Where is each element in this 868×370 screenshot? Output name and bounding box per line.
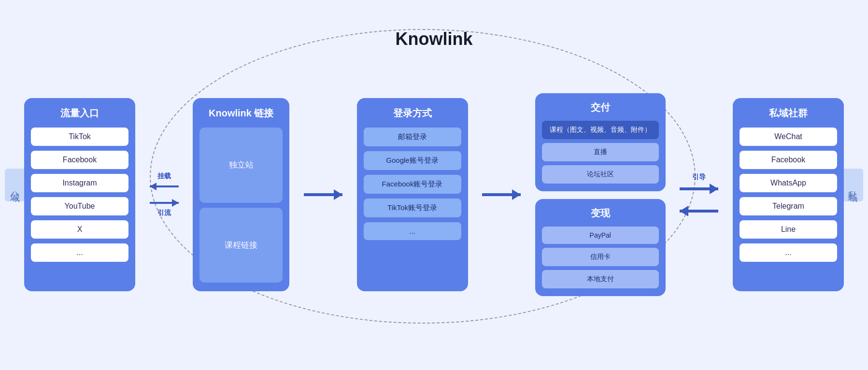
login-item-tiktok: TikTok账号登录 [364, 199, 461, 217]
right-side-label: 私域 [842, 169, 863, 201]
monetize-item-local: 本地支付 [542, 270, 659, 288]
page-container: Knowlink 公域 私域 流量入口 TikTok Facebook Inst… [0, 0, 868, 370]
private-panel: 私域社群 WeChat Facebook WhatsApp Telegram L… [733, 98, 844, 291]
traffic-item-tiktok: TikTok [31, 128, 128, 146]
arrow-right-1 [150, 199, 179, 207]
big-arrow-right-1 [304, 189, 342, 200]
monetize-item-card: 信用卡 [542, 248, 659, 266]
left-side-label: 公域 [5, 169, 26, 201]
monetize-panel-title: 变现 [591, 207, 610, 220]
big-arrow-left-1 [680, 206, 718, 216]
arrow-left-1 [150, 183, 179, 190]
knowlink-panel: Knowlink 链接 独立站 课程链接 [193, 98, 289, 291]
delivery-item-forum: 论坛社区 [542, 165, 659, 184]
monetize-item-paypal: PayPal [542, 227, 659, 244]
private-item-wechat: WeChat [740, 128, 837, 146]
login-item-google: Google账号登录 [364, 151, 461, 170]
monetize-panel: 变现 PayPal 信用卡 本地支付 [535, 199, 666, 296]
traffic-panel: 流量入口 TikTok Facebook Instagram YouTube X… [24, 98, 135, 291]
arrows-group-2: 引导 [680, 173, 718, 216]
big-arrow-right-2 [482, 189, 521, 200]
traffic-item-x: X [31, 220, 128, 239]
traffic-item-more: ... [31, 243, 128, 262]
delivery-panel-title: 交付 [591, 101, 610, 114]
login-item-more: ... [364, 222, 461, 240]
private-item-telegram: Telegram [740, 197, 837, 215]
delivery-panel: 交付 课程（图文、视频、音频、附件） 直播 论坛社区 [535, 93, 666, 191]
arrows-group-1: 挂载 引流 [150, 172, 179, 217]
arrow-label-hangzai: 挂载 [157, 172, 171, 181]
main-title: Knowlink [396, 29, 473, 49]
columns-wrapper: 流量入口 TikTok Facebook Instagram YouTube X… [24, 58, 844, 331]
delivery-item-live: 直播 [542, 143, 659, 161]
login-item-facebook: Facebook账号登录 [364, 175, 461, 194]
private-item-more: ... [740, 243, 837, 262]
login-panel: 登录方式 邮箱登录 Google账号登录 Facebook账号登录 TikTok… [357, 98, 468, 291]
private-item-whatsapp: WhatsApp [740, 174, 837, 192]
login-item-email: 邮箱登录 [364, 128, 461, 146]
private-item-facebook: Facebook [740, 151, 837, 169]
delivery-item-course: 课程（图文、视频、音频、附件） [542, 121, 659, 139]
traffic-panel-title: 流量入口 [60, 107, 99, 120]
traffic-item-instagram: Instagram [31, 174, 128, 192]
private-item-line: Line [740, 220, 837, 239]
login-panel-title: 登录方式 [393, 107, 432, 120]
arrow-label-yindao: 引导 [692, 173, 706, 182]
big-arrow-right-3 [680, 184, 718, 194]
arrow-label-yiliu: 引流 [157, 209, 171, 217]
knowlink-sub1: 独立站 [199, 128, 283, 203]
traffic-item-facebook: Facebook [31, 151, 128, 169]
right-mid-column: 交付 课程（图文、视频、音频、附件） 直播 论坛社区 变现 PayPal 信用卡… [535, 93, 666, 296]
knowlink-sub2: 课程链接 [199, 208, 283, 283]
knowlink-panel-title: Knowlink 链接 [209, 107, 273, 120]
private-panel-title: 私域社群 [769, 107, 808, 120]
traffic-item-youtube: YouTube [31, 197, 128, 215]
